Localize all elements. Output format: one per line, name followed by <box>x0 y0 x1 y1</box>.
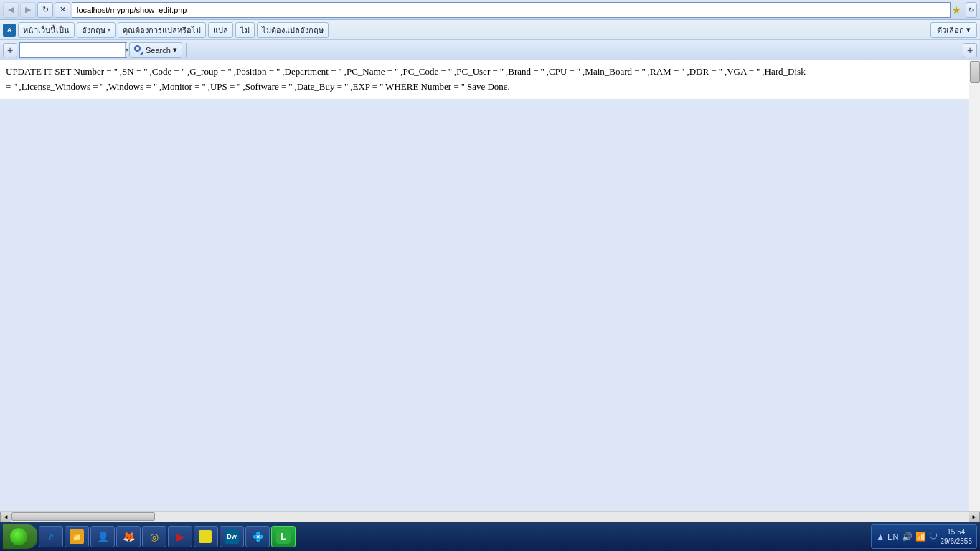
no-translate-label: ไม่ต้องแปลอังกฤษ <box>262 24 324 37</box>
search-label: Search <box>146 46 171 55</box>
bookmarks-bar: + ▾ Search ▾ + <box>0 40 980 60</box>
sticky-app-icon <box>199 530 212 543</box>
scroll-left-button[interactable]: ◄ <box>0 512 11 523</box>
media-app-icon: ▶ <box>173 529 187 544</box>
line-app-icon: L <box>276 529 291 544</box>
homepage-button[interactable]: หน้าเว็บนี้เป็น <box>18 22 75 38</box>
chrome-taskbar-btn[interactable]: ◎ <box>142 526 166 547</box>
scrollbar-thumb[interactable] <box>970 61 980 83</box>
vertical-scrollbar[interactable] <box>969 60 980 511</box>
back-icon: ◀ <box>8 5 14 14</box>
question-label: คุณต้องการแปลหรือไม่ <box>123 24 201 37</box>
search-input[interactable] <box>20 43 125 57</box>
favorite-star-icon[interactable]: ★ <box>952 4 961 16</box>
search-icon <box>134 45 143 55</box>
crystal-app-icon: 💠 <box>250 529 265 544</box>
nav-bar: ◀ ▶ ↻ ✕ localhost/myphp/show_edit.php ★ … <box>0 0 980 20</box>
firefox-app-icon: 🦊 <box>121 529 136 544</box>
tuaelok-dropdown-icon: ▾ <box>966 25 971 34</box>
sql-line2: = '' ,License_Windows = '' ,Windows = ''… <box>6 81 510 92</box>
horizontal-scrollbar[interactable]: ◄ ► <box>0 511 980 522</box>
crystal-taskbar-btn[interactable]: 💠 <box>245 526 270 547</box>
sql-output: UPDATE IT SET Number = '' ,SN = '' ,Code… <box>6 65 974 95</box>
translate-label: แปล <box>213 24 228 37</box>
plus-icon: + <box>7 44 13 56</box>
language-button[interactable]: อังกฤษ ▾ <box>77 22 116 38</box>
address-bar[interactable]: localhost/myphp/show_edit.php <box>72 2 951 18</box>
messenger-app-icon: 👤 <box>95 529 110 544</box>
no-label: ไม่ <box>240 24 250 37</box>
media-taskbar-btn[interactable]: ▶ <box>168 526 192 547</box>
question-button[interactable]: คุณต้องการแปลหรือไม่ <box>118 22 206 38</box>
sticky-taskbar-btn[interactable] <box>194 526 218 547</box>
forward-icon: ▶ <box>25 5 31 14</box>
taskbar: e 📁 👤 🦊 ◎ ▶ Dw 💠 L ▲ <box>0 522 980 551</box>
search-dropdown-button[interactable]: ▾ <box>125 43 128 57</box>
h-scroll-track <box>11 512 969 522</box>
system-tray: ▲ EN 🔊 📶 🛡 15:54 29/6/2555 <box>871 524 977 549</box>
sound-tray-icon[interactable]: 🔊 <box>902 532 913 542</box>
main-content: UPDATE IT SET Number = '' ,SN = '' ,Code… <box>0 60 980 511</box>
explorer-taskbar-btn[interactable]: 📁 <box>65 526 89 547</box>
h-scroll-thumb[interactable] <box>11 512 155 521</box>
start-orb-icon <box>10 528 27 545</box>
back-button[interactable]: ◀ <box>3 2 19 18</box>
sql-line1: UPDATE IT SET Number = '' ,SN = '' ,Code… <box>6 66 806 77</box>
language-dropdown-icon: ▾ <box>108 27 110 33</box>
tuaelok-label: ตัวเลือก <box>937 24 964 37</box>
separator <box>186 43 187 57</box>
language-tray: EN <box>887 532 898 541</box>
add-tab-left-button[interactable]: + <box>3 43 17 57</box>
homepage-label: หน้าเว็บนี้เป็น <box>23 24 70 37</box>
translate-action-button[interactable]: แปล <box>208 22 233 38</box>
firefox-taskbar-btn[interactable]: 🦊 <box>116 526 141 547</box>
messenger-taskbar-btn[interactable]: 👤 <box>90 526 115 547</box>
left-arrow-icon: ◄ <box>3 514 9 520</box>
chrome-app-icon: ◎ <box>147 529 161 544</box>
no-button[interactable]: ไม่ <box>235 22 255 38</box>
ie-taskbar-btn[interactable]: e <box>39 526 63 547</box>
network-tray-icon[interactable]: 📶 <box>915 532 926 542</box>
add-tab-right-button[interactable]: + <box>963 43 977 57</box>
ie-app-icon: e <box>44 529 58 544</box>
no-translate-button[interactable]: ไม่ต้องแปลอังกฤษ <box>257 22 329 38</box>
stop-button[interactable]: ✕ <box>55 2 70 18</box>
browser-window: ◀ ▶ ↻ ✕ localhost/myphp/show_edit.php ★ … <box>0 0 980 551</box>
search-button[interactable]: Search ▾ <box>129 42 182 58</box>
search-input-area: ▾ <box>19 42 127 58</box>
time-text: 15:54 <box>947 527 965 537</box>
dropdown-icon: ▾ <box>126 47 128 53</box>
security-tray-icon[interactable]: 🛡 <box>929 532 938 542</box>
translate-toolbar: A หน้าเว็บนี้เป็น อังกฤษ ▾ คุณต้องการแปล… <box>0 20 980 40</box>
dreamweaver-app-icon: Dw <box>225 529 239 544</box>
stop-icon: ✕ <box>60 5 66 14</box>
time-display: 15:54 29/6/2555 <box>941 527 973 546</box>
address-text: localhost/myphp/show_edit.php <box>77 6 946 14</box>
date-text: 29/6/2555 <box>941 537 973 546</box>
explorer-app-icon: 📁 <box>70 529 84 544</box>
refresh-stop-btn[interactable]: ↻ <box>966 2 977 18</box>
tuaelok-button[interactable]: ตัวเลือก ▾ <box>930 22 977 38</box>
search-dropdown-icon: ▾ <box>173 45 177 55</box>
refresh-stop-icon: ↻ <box>969 6 974 14</box>
translate-icon: A <box>3 24 16 37</box>
refresh-button[interactable]: ↻ <box>37 2 53 18</box>
content-wrapper: UPDATE IT SET Number = '' ,SN = '' ,Code… <box>0 60 980 511</box>
line-taskbar-btn[interactable]: L <box>271 526 296 547</box>
language-label: อังกฤษ <box>82 24 105 37</box>
forward-button[interactable]: ▶ <box>20 2 36 18</box>
refresh-icon: ↻ <box>42 5 49 14</box>
dreamweaver-taskbar-btn[interactable]: Dw <box>220 526 244 547</box>
plus-icon-right: + <box>967 44 973 56</box>
start-button[interactable] <box>3 524 37 549</box>
page-content: UPDATE IT SET Number = '' ,SN = '' ,Code… <box>0 60 980 99</box>
scroll-right-button[interactable]: ► <box>969 512 980 523</box>
up-arrow-tray-icon[interactable]: ▲ <box>876 532 885 542</box>
right-arrow-icon: ► <box>971 514 977 520</box>
